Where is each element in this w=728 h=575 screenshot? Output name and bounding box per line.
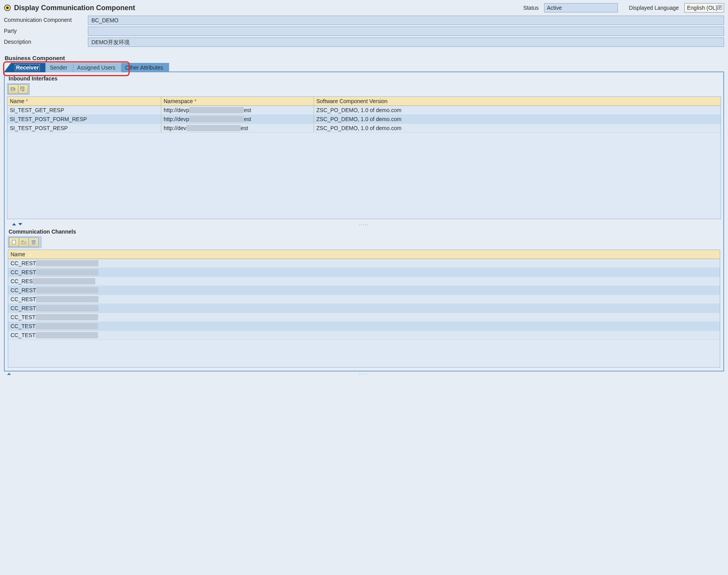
svg-point-1 [6, 7, 9, 9]
inbound-table: Name * Namespace * Software Component Ve… [7, 96, 721, 219]
description-label: Description [4, 38, 88, 47]
cell-namespace: http://devxxxxxxxxxxxxxxxest [161, 124, 314, 132]
tab-row-wrap: Receiver Sender Assigned Users Other Att… [4, 61, 724, 72]
inbound-empty-area [7, 133, 721, 219]
table-row[interactable]: CC_RESTxxxxxxxxxxxxxxxxxxxx [8, 304, 720, 313]
comm-comp-label: Communication Component [4, 16, 88, 25]
table-row[interactable]: CC_TESTxxxxxxxxxxxxxxxxxxxx [8, 313, 720, 322]
channels-col-name[interactable]: Name ▲ [8, 250, 720, 259]
expand-down-icon[interactable] [18, 222, 23, 227]
cell-name: SI_TEST_POST_RESP [7, 124, 161, 132]
sort-asc-icon: ▲ [28, 253, 32, 257]
channels-empty-area [8, 340, 720, 367]
description-field: DEMO开发环境 [88, 38, 724, 47]
append-row-button[interactable] [18, 84, 28, 94]
form-grid: Communication Component BC_DEMO Party De… [0, 15, 728, 49]
cell-channel-name: CC_RESTxxxxxxxxxxxxxxxxxxxx [8, 295, 720, 304]
cell-channel-name: CC_RESTxxxxxxxxxxxxxxxxxxxx [8, 304, 720, 312]
cell-scv: ZSC_PO_DEMO, 1.0 of demo.com [314, 106, 721, 114]
inbound-table-head: Name * Namespace * Software Component Ve… [7, 97, 721, 106]
cell-namespace: http://devpxxxxxxxxxxxxxxxest [161, 115, 314, 123]
channels-toolbar [8, 236, 41, 248]
party-label: Party [4, 27, 88, 36]
table-row[interactable]: CC_RESTxxxxxxxxxxxxxxxxxxxx [8, 286, 720, 295]
col-namespace[interactable]: Namespace * [161, 97, 314, 105]
page-title: Display Communication Component [14, 4, 135, 12]
language-dropdown[interactable]: English (OL) [684, 3, 724, 12]
comm-comp-field: BC_DEMO [88, 16, 724, 25]
cell-scv: ZSC_PO_DEMO, 1.0 of demo.com [314, 124, 721, 132]
tab-slope-icon [4, 63, 11, 72]
svg-rect-10 [21, 87, 24, 90]
table-row[interactable]: CC_RESTxxxxxxxxxxxxxxxxxxxx [8, 295, 720, 304]
table-row[interactable]: SI_TEST_POST_RESPhttp://devxxxxxxxxxxxxx… [7, 124, 721, 133]
object-icon [4, 4, 11, 11]
channels-heading: Communication Channels [8, 228, 720, 236]
cell-channel-name: CC_TESTxxxxxxxxxxxxxxxxxxxx [8, 313, 720, 321]
status-label: Status [523, 5, 541, 11]
tab-receiver[interactable]: Receiver [11, 63, 46, 72]
dropdown-icon [717, 4, 722, 12]
channels-table-head: Name ▲ [8, 250, 720, 259]
inbound-heading: Inbound Interfaces [5, 72, 723, 83]
tab-receiver-label: Receiver [15, 64, 40, 71]
svg-rect-2 [718, 5, 722, 10]
cell-name: SI_TEST_POST_FORM_RESP [7, 115, 161, 123]
table-row[interactable]: CC_RESxxxxxxxxxxxxxxxxxxxx [8, 277, 720, 286]
table-row[interactable]: SI_TEST_GET_RESPhttp://devpxxxxxxxxxxxxx… [7, 106, 721, 115]
tab-assigned-users[interactable]: Assigned Users [73, 63, 121, 72]
cell-channel-name: CC_RESTxxxxxxxxxxxxxxxxxxxx [8, 286, 720, 295]
cell-channel-name: CC_RESTxxxxxxxxxxxxxxxxxxxx [8, 268, 720, 277]
required-icon: * [26, 98, 28, 104]
delete-channel-button[interactable] [29, 238, 39, 247]
tab-row: Receiver Sender Assigned Users Other Att… [4, 61, 724, 72]
header-bar: Display Communication Component Status A… [0, 0, 728, 15]
app-root: Display Communication Component Status A… [0, 0, 728, 375]
svg-rect-7 [11, 88, 14, 91]
cell-channel-name: CC_RESxxxxxxxxxxxxxxxxxxxx [8, 277, 720, 286]
col-scv[interactable]: Software Component Version [314, 97, 721, 105]
tab-other-attributes[interactable]: Other Attributes [121, 63, 169, 72]
table-row[interactable]: CC_TESTxxxxxxxxxxxxxxxxxxxx [8, 331, 720, 340]
cell-scv: ZSC_PO_DEMO, 1.0 of demo.com [314, 115, 721, 123]
inbound-table-body: SI_TEST_GET_RESPhttp://devpxxxxxxxxxxxxx… [7, 106, 721, 133]
tab-container: Inbound Interfaces Name * Namespace * So… [4, 71, 724, 371]
cell-channel-name: CC_RESTxxxxxxxxxxxxxxxxxxxx [8, 259, 720, 268]
collapse-up-icon[interactable] [7, 371, 11, 376]
panel-splitter[interactable]: ····· [5, 221, 723, 228]
outer-splitter[interactable]: ····· [0, 371, 728, 375]
collapse-up-icon[interactable] [12, 222, 16, 227]
business-component-heading: Business Component [0, 49, 728, 61]
splitter-dots-icon: ····· [359, 222, 369, 227]
status-field: Active [544, 3, 618, 12]
channels-table-body: CC_RESTxxxxxxxxxxxxxxxxxxxxCC_RESTxxxxxx… [8, 259, 720, 340]
cell-channel-name: CC_TESTxxxxxxxxxxxxxxxxxxxx [8, 331, 720, 339]
insert-row-button[interactable] [8, 84, 18, 94]
open-channel-button[interactable] [19, 238, 29, 247]
table-row[interactable]: CC_TESTxxxxxxxxxxxxxxxxxxxx [8, 322, 720, 331]
table-row[interactable]: CC_RESTxxxxxxxxxxxxxxxxxxxx [8, 268, 720, 277]
table-row[interactable]: CC_RESTxxxxxxxxxxxxxxxxxxxx [8, 259, 720, 268]
splitter-dots-icon: ····· [359, 371, 369, 376]
new-channel-button[interactable] [9, 238, 19, 247]
tab-sender[interactable]: Sender [46, 63, 73, 72]
cell-name: SI_TEST_GET_RESP [7, 106, 161, 114]
cell-channel-name: CC_TESTxxxxxxxxxxxxxxxxxxxx [8, 322, 720, 330]
cell-namespace: http://devpxxxxxxxxxxxxxxxest [161, 106, 314, 114]
channels-table: Name ▲ CC_RESTxxxxxxxxxxxxxxxxxxxxCC_RES… [8, 250, 720, 368]
channels-panel: Communication Channels Name ▲ [8, 228, 720, 368]
svg-rect-15 [32, 241, 36, 241]
language-value: English (OL) [687, 4, 717, 12]
col-name[interactable]: Name * [7, 97, 161, 105]
language-label: Displayed Language [629, 5, 681, 11]
required-icon: * [194, 98, 196, 104]
party-field [88, 27, 724, 36]
inbound-toolbar [7, 83, 30, 95]
table-row[interactable]: SI_TEST_POST_FORM_RESPhttp://devpxxxxxxx… [7, 115, 721, 124]
